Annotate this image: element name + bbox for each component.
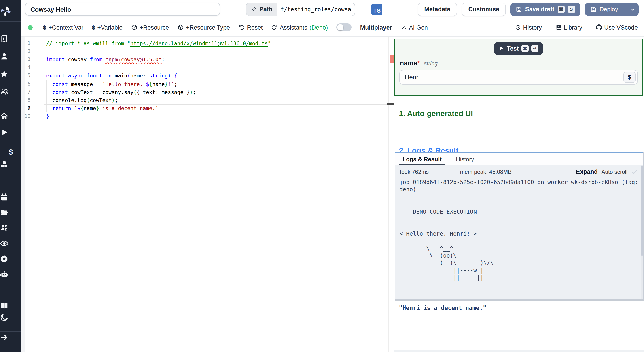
arguments-panel: Test ⌘ ↵ name * string $ [394, 38, 643, 96]
overview-ruler [388, 37, 389, 352]
line-content: } [46, 113, 49, 121]
add-context-var-label: +Context Var [48, 24, 83, 31]
groups-gear-icon[interactable] [0, 224, 22, 239]
sidebar-divider [0, 22, 22, 22]
schedules-calendar-icon[interactable] [0, 193, 22, 208]
line-number: 5 [22, 72, 30, 80]
expand-button[interactable]: Expand [576, 168, 598, 175]
workspace-building-icon[interactable] [0, 35, 22, 50]
check-icon[interactable] [631, 168, 638, 175]
book-icon [555, 24, 562, 31]
add-resource-type-label: +Resource Type [186, 24, 230, 31]
reset-button[interactable]: Reset [238, 24, 263, 31]
memory-stat: mem peak: 45.08MB [460, 168, 512, 175]
arg-name-row: name * string [400, 59, 642, 67]
preview-panel: Test ⌘ ↵ name * string $ [394, 37, 644, 352]
dark-mode-moon-icon[interactable] [0, 313, 22, 328]
variables-dollar-icon[interactable]: $ [0, 144, 22, 159]
code-editor[interactable]: 1// import * as wmill from "https://deno… [22, 37, 394, 352]
save-icon [516, 6, 522, 12]
favorites-star-icon[interactable] [0, 70, 22, 85]
code-line[interactable]: 1// import * as wmill from "https://deno… [22, 39, 394, 47]
kbd-enter: ↵ [531, 45, 538, 52]
code-line[interactable]: 5export async function main(name: string… [22, 72, 394, 80]
line-number: 1 [22, 39, 30, 47]
code-line[interactable]: 4 [22, 64, 394, 72]
package-icon [131, 24, 137, 31]
bottom-splitter[interactable] [394, 350, 644, 352]
home-icon[interactable] [0, 112, 22, 127]
line-content: import cowsay from "npm:cowsay@1.5.0"; [46, 56, 165, 64]
multiplayer-toggle[interactable] [336, 23, 352, 31]
tab-logs-result[interactable]: Logs & Result [402, 153, 442, 165]
arg-name-label: name [400, 59, 417, 67]
path-label: Path [260, 6, 272, 13]
runs-play-icon[interactable] [0, 128, 22, 143]
tab-history[interactable]: History [456, 153, 474, 165]
audit-eye-icon[interactable] [0, 239, 22, 254]
expand-sidebar-arrow-icon[interactable] [0, 333, 22, 348]
save-draft-button[interactable]: Save draft ⌘ S [510, 3, 580, 16]
pencil-icon [251, 6, 257, 12]
workers-robot-icon[interactable] [0, 270, 22, 285]
add-variable-label: +Variable [97, 24, 122, 31]
path-value[interactable]: f/testing_roles/cowsa [277, 3, 355, 16]
script-title-input[interactable] [25, 3, 220, 16]
line-number: 9 [22, 104, 30, 112]
scrollbar-thumb[interactable] [641, 166, 643, 256]
logs-container: Logs & Result History took 762ms mem pea… [395, 152, 644, 300]
code-lines[interactable]: 1// import * as wmill from "https://deno… [22, 39, 394, 121]
add-context-var-button[interactable]: $ +Context Var [43, 24, 84, 31]
sidebar-divider [0, 331, 22, 332]
toggle-knob [338, 24, 344, 31]
assistants-label: Assistants [280, 24, 307, 31]
add-resource-button[interactable]: +Resource [131, 24, 169, 31]
autoscroll-label[interactable]: Auto scroll [601, 168, 628, 175]
name-input[interactable] [400, 73, 637, 81]
add-variable-button[interactable]: $ +Variable [92, 24, 122, 31]
line-content: // import * as wmill from "https://deno.… [46, 39, 271, 47]
code-line[interactable]: 9 return `${name} is a decent name.` [22, 104, 394, 112]
add-resource-type-button[interactable]: +Resource Type [177, 24, 230, 31]
code-line[interactable]: 7 const cowText = cowsay.say({ text: mes… [22, 88, 394, 96]
code-line[interactable]: 8 console.log(cowText); [22, 96, 394, 104]
name-input-wrapper: $ [399, 70, 638, 84]
undo-icon [238, 24, 245, 31]
line-content: const message = `Hello there, ${name}!`; [46, 80, 177, 88]
path-group: Path f/testing_roles/cowsa [246, 3, 355, 16]
user-group-icon[interactable] [0, 87, 22, 103]
line-number: 4 [22, 64, 30, 72]
insert-variable-button[interactable]: $ [624, 72, 636, 83]
assistants-button[interactable]: Assistants (Deno) [271, 24, 328, 31]
test-button[interactable]: Test ⌘ ↵ [494, 42, 543, 55]
assistants-mode-label: (Deno) [310, 24, 328, 31]
customise-button[interactable]: Customise [462, 3, 506, 16]
user-icon[interactable] [0, 52, 22, 67]
edit-path-button[interactable]: Path [246, 3, 277, 16]
windmill-logo-icon[interactable] [0, 5, 22, 21]
settings-gear-icon[interactable] [0, 254, 22, 270]
metadata-button[interactable]: Metadata [418, 3, 457, 16]
code-line[interactable]: 3import cowsay from "npm:cowsay@1.5.0"; [22, 56, 394, 64]
kbd-cmd: ⌘ [558, 6, 564, 13]
required-asterisk: * [417, 59, 420, 67]
kbd-s: S [568, 6, 575, 13]
deploy-button[interactable]: Deploy [585, 3, 624, 16]
deploy-dropdown-button[interactable] [626, 3, 639, 16]
code-line[interactable]: 2 [22, 48, 394, 56]
history-button[interactable]: History [514, 24, 542, 31]
add-resource-label: +Resource [140, 24, 169, 31]
test-label: Test [507, 45, 519, 52]
line-content: console.log(cowText); [46, 96, 118, 104]
folders-icon[interactable] [0, 208, 22, 224]
code-line[interactable]: 6 const message = `Hello there, ${name}!… [22, 80, 394, 88]
line-content: export async function main(name: string)… [46, 72, 177, 80]
resources-cubes-icon[interactable] [0, 160, 22, 175]
library-button[interactable]: Library [555, 24, 582, 31]
deploy-label: Deploy [600, 6, 618, 13]
use-vscode-label: Use VScode [604, 24, 638, 31]
code-line[interactable]: 10} [22, 113, 394, 121]
ai-gen-button[interactable]: AI Gen [400, 24, 428, 31]
line-number: 7 [22, 88, 30, 96]
use-vscode-button[interactable]: Use VScode [596, 24, 638, 31]
